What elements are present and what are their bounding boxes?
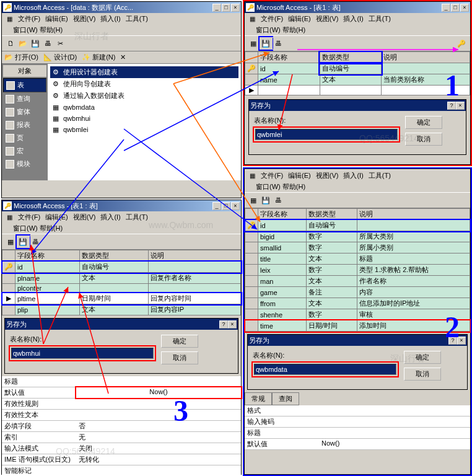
tb-save-icon[interactable]: 💾 xyxy=(17,236,29,248)
table-row[interactable]: title文本标题 xyxy=(245,253,470,265)
cancel-button[interactable]: 取消 xyxy=(405,133,442,146)
table-row[interactable]: name文本当前类别名称 xyxy=(245,74,470,86)
list-item[interactable]: ⚙使用设计器创建表 xyxy=(50,66,238,78)
tb-cut-icon[interactable]: ✂ xyxy=(54,37,66,50)
table-row[interactable]: game备注内容 xyxy=(245,287,470,298)
default-value[interactable]: Now() xyxy=(76,387,241,398)
tb-print-icon[interactable]: 🖶 xyxy=(272,37,284,50)
maximize-button[interactable]: □ xyxy=(222,4,230,12)
tb-view-icon[interactable]: ▦ xyxy=(4,236,17,248)
obj-modules[interactable]: 模块 xyxy=(3,157,46,170)
menu-file[interactable]: 文件(F) xyxy=(15,14,43,24)
close-button[interactable]: × xyxy=(231,202,240,210)
db-delete-icon[interactable]: ✕ xyxy=(120,53,126,62)
close-button[interactable]: × xyxy=(228,320,237,328)
menu-window[interactable]: 窗口(W) xyxy=(256,183,281,190)
tb-view-icon[interactable]: ▦ xyxy=(247,194,260,206)
menu-insert[interactable]: 插入(I) xyxy=(341,170,365,181)
list-item[interactable]: ⚙通过输入数据创建表 xyxy=(50,90,238,102)
maximize-button[interactable]: □ xyxy=(451,4,460,12)
tab-general[interactable]: 常规 xyxy=(245,392,272,405)
col-desc[interactable]: 说明 xyxy=(357,209,470,220)
close-button[interactable]: × xyxy=(231,4,240,12)
table-row[interactable]: bigid数字所属大类别 xyxy=(245,231,470,242)
menu-help[interactable]: 帮助(H) xyxy=(40,224,63,232)
col-datatype[interactable]: 数据类型 xyxy=(80,250,149,262)
list-item[interactable]: ▦qwbmhui xyxy=(50,113,238,124)
menu-tools[interactable]: 工具(T) xyxy=(123,212,151,223)
list-item[interactable]: ⚙使用向导创建表 xyxy=(50,78,238,90)
cancel-button[interactable]: 取消 xyxy=(161,351,198,364)
menu-help[interactable]: 帮助(H) xyxy=(40,26,63,33)
menu-window[interactable]: 窗口(W) xyxy=(13,26,38,33)
menu-tools[interactable]: 工具(T) xyxy=(123,14,151,24)
menu-edit[interactable]: 编辑(E) xyxy=(43,14,71,24)
close-button[interactable]: × xyxy=(460,4,469,12)
menu-view[interactable]: 视图(V) xyxy=(313,170,341,181)
col-desc[interactable]: 说明 xyxy=(382,52,470,63)
save-name-input[interactable] xyxy=(254,364,396,375)
tb-view-icon[interactable]: ▦ xyxy=(247,37,260,50)
obj-forms[interactable]: 窗体 xyxy=(3,105,46,118)
default-value[interactable]: Now() xyxy=(319,439,470,449)
ok-button[interactable]: 确定 xyxy=(161,335,198,348)
tb-open-icon[interactable]: 📂 xyxy=(17,37,29,50)
table-row[interactable]: ▶pltime日期/时间回复内容时间 xyxy=(2,293,241,304)
obj-macros[interactable]: 宏 xyxy=(3,144,46,157)
tb-print-icon[interactable]: 🖶 xyxy=(42,37,54,50)
list-item[interactable]: ▦qwbmlei xyxy=(50,124,238,135)
maximize-button[interactable]: □ xyxy=(222,202,230,210)
table-row[interactable]: time日期/时间添加时间 xyxy=(245,320,470,332)
menu-insert[interactable]: 插入(I) xyxy=(341,14,365,24)
col-fieldname[interactable]: 字段名称 xyxy=(258,209,307,220)
table-row[interactable]: ffrom文本信息添加时的IP地址 xyxy=(245,298,470,309)
ok-button[interactable]: 确定 xyxy=(404,351,441,364)
col-desc[interactable]: 说明 xyxy=(148,250,240,262)
menu-edit[interactable]: 编辑(E) xyxy=(286,170,313,181)
menu-file[interactable]: 文件(F) xyxy=(15,212,43,223)
ok-button[interactable]: 确定 xyxy=(405,116,442,129)
db-open[interactable]: 📂 打开(O) xyxy=(4,53,38,62)
help-button[interactable]: ? xyxy=(447,102,456,110)
menu-insert[interactable]: 插入(I) xyxy=(98,14,123,24)
obj-queries[interactable]: 查询 xyxy=(3,92,46,105)
table-row[interactable]: man文本作者名称 xyxy=(245,276,470,287)
tb-new-icon[interactable]: 🗋 xyxy=(4,37,17,50)
tb-print-icon[interactable]: 🖶 xyxy=(29,236,42,248)
menu-window[interactable]: 窗口(W) xyxy=(13,224,38,232)
close-button[interactable]: × xyxy=(457,337,466,345)
save-name-input[interactable] xyxy=(255,129,398,140)
obj-pages[interactable]: 页 xyxy=(3,131,46,144)
tb-save-icon[interactable]: 💾 xyxy=(260,194,272,206)
table-row[interactable]: 🔑id自动编号 xyxy=(245,63,470,74)
obj-reports[interactable]: 报表 xyxy=(3,118,46,131)
tb-print-icon[interactable]: 🖶 xyxy=(272,194,284,206)
table-row[interactable]: smallid数字所属小类别 xyxy=(245,242,470,253)
menu-window[interactable]: 窗口(W) xyxy=(256,26,281,33)
menu-edit[interactable]: 编辑(E) xyxy=(43,212,71,223)
table-row[interactable]: shenhe数字审核 xyxy=(245,309,470,320)
list-item[interactable]: ▦qwbmdata xyxy=(50,102,238,113)
menu-tools[interactable]: 工具(T) xyxy=(366,14,393,24)
table-row[interactable]: plconter xyxy=(2,284,241,293)
minimize-button[interactable]: _ xyxy=(212,4,221,12)
menu-view[interactable]: 视图(V) xyxy=(313,14,341,24)
table-row[interactable]: leix数字类型 1.求教帖 2.帮助帖 xyxy=(245,265,470,276)
menu-view[interactable]: 视图(V) xyxy=(71,14,98,24)
menu-insert[interactable]: 插入(I) xyxy=(98,212,123,223)
col-fieldname[interactable]: 字段名称 xyxy=(258,52,320,63)
db-new[interactable]: ✨ 新建(N) xyxy=(82,53,115,62)
help-button[interactable]: ? xyxy=(219,320,228,328)
obj-tables[interactable]: 表 xyxy=(3,78,46,92)
table-row[interactable]: 🔑id自动编号 xyxy=(245,220,470,231)
table-row[interactable]: plname文本回复作者名称 xyxy=(2,273,241,284)
close-button[interactable]: × xyxy=(456,102,465,110)
col-datatype[interactable]: 数据类型 xyxy=(306,209,357,220)
menu-file[interactable]: 文件(F) xyxy=(258,14,286,24)
tb-save-icon[interactable]: 💾 xyxy=(260,37,272,50)
menu-tools[interactable]: 工具(T) xyxy=(366,170,393,181)
table-row[interactable]: plip文本回复内容IP xyxy=(2,304,241,315)
minimize-button[interactable]: _ xyxy=(212,202,221,210)
menu-help[interactable]: 帮助(H) xyxy=(282,26,305,33)
db-design[interactable]: 📐 设计(D) xyxy=(43,53,77,62)
